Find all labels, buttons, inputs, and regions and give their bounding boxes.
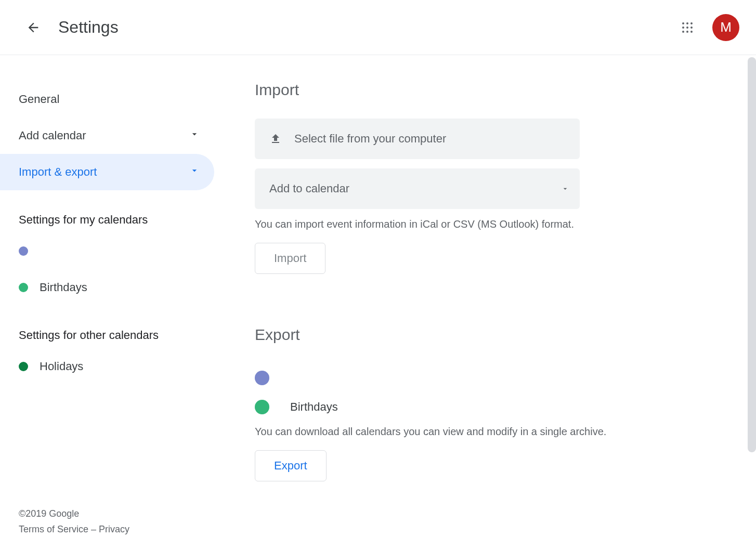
calendar-label: Holidays — [40, 360, 83, 373]
svg-point-8 — [690, 31, 693, 33]
sidebar-item-label: General — [19, 93, 59, 106]
header: Settings M — [0, 0, 756, 55]
export-button[interactable]: Export — [255, 450, 327, 481]
dropdown-icon — [561, 185, 569, 193]
import-button[interactable]: Import — [255, 243, 325, 274]
export-section: Export Birthdays You can download all ca… — [255, 326, 725, 481]
calendar-color-dot — [19, 362, 28, 371]
calendar-color-dot — [255, 400, 269, 414]
apps-grid-icon — [681, 21, 694, 34]
main-content: Import Select file from your computer Ad… — [218, 55, 756, 550]
import-title: Import — [255, 81, 725, 99]
other-calendar-row[interactable]: Holidays — [0, 348, 218, 385]
select-file-button[interactable]: Select file from your computer — [255, 119, 580, 159]
svg-point-1 — [686, 22, 688, 24]
select-file-label: Select file from your computer — [294, 132, 446, 146]
svg-point-6 — [682, 31, 684, 33]
export-title: Export — [255, 326, 725, 344]
export-calendar-row — [255, 363, 725, 392]
sidebar-item-add-calendar[interactable]: Add calendar — [0, 117, 214, 154]
export-helper-text: You can download all calendars you can v… — [255, 426, 725, 438]
my-calendar-row[interactable]: Birthdays — [0, 269, 218, 306]
copyright-text: ©2019 Google — [19, 506, 129, 522]
svg-point-2 — [690, 22, 693, 24]
add-to-calendar-label: Add to calendar — [269, 182, 349, 195]
back-button[interactable] — [21, 15, 46, 40]
my-calendar-row[interactable] — [0, 233, 218, 269]
import-helper-text: You can import event information in iCal… — [255, 218, 725, 230]
header-actions: M — [675, 14, 739, 41]
arrow-left-icon — [26, 20, 41, 35]
terms-link[interactable]: Terms of Service — [19, 524, 88, 534]
svg-point-7 — [686, 31, 688, 33]
sidebar-item-general[interactable]: General — [0, 81, 214, 117]
svg-point-4 — [686, 27, 688, 29]
sidebar-item-import-export[interactable]: Import & export — [0, 154, 214, 190]
privacy-link[interactable]: Privacy — [99, 524, 129, 534]
add-to-calendar-select[interactable]: Add to calendar — [255, 168, 580, 209]
sidebar-item-label: Add calendar — [19, 129, 86, 142]
upload-icon — [269, 133, 282, 145]
calendar-color-dot — [255, 371, 269, 385]
page-title: Settings — [58, 18, 119, 37]
sidebar-heading-my-calendars: Settings for my calendars — [0, 213, 218, 227]
sidebar-item-label: Import & export — [19, 165, 97, 179]
account-av
avatar[interactable]: M — [712, 14, 739, 41]
scrollbar[interactable] — [748, 57, 756, 452]
sidebar-footer: ©2019 Google Terms of Service – Privacy — [19, 506, 129, 538]
svg-point-5 — [690, 27, 693, 29]
svg-point-3 — [682, 27, 684, 29]
apps-button[interactable] — [675, 15, 700, 40]
footer-sep: – — [88, 524, 99, 534]
sidebar-heading-other-calendars: Settings for other calendars — [0, 329, 218, 342]
calendar-label: Birthdays — [290, 400, 338, 414]
calendar-color-dot — [19, 246, 28, 256]
calendar-label: Birthdays — [40, 281, 87, 294]
export-calendar-row: Birthdays — [255, 392, 725, 422]
chevron-down-icon — [189, 165, 200, 179]
svg-point-0 — [682, 22, 684, 24]
chevron-down-icon — [189, 129, 200, 142]
sidebar: General Add calendar Import & export Set… — [0, 55, 218, 550]
body: General Add calendar Import & export Set… — [0, 55, 756, 550]
calendar-color-dot — [19, 283, 28, 292]
